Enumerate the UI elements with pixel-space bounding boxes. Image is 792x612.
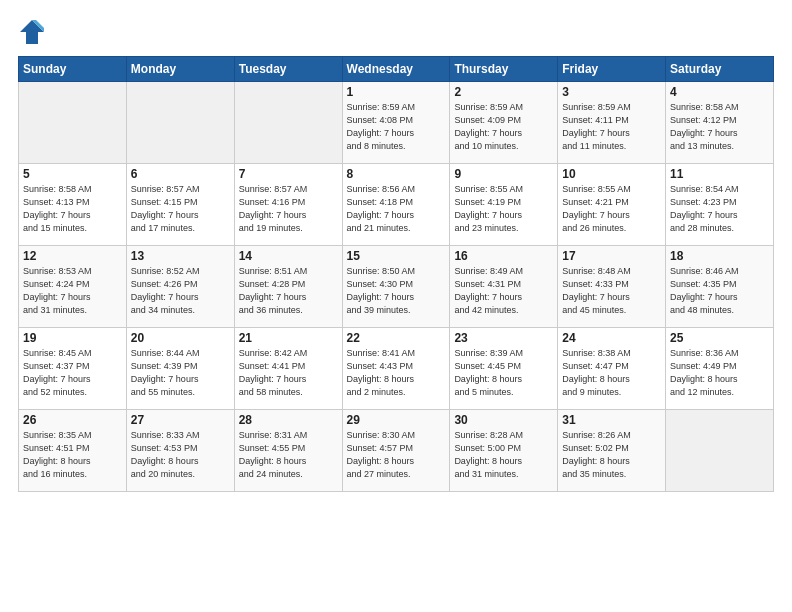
cell-info: Sunrise: 8:35 AM Sunset: 4:51 PM Dayligh… xyxy=(23,429,122,481)
calendar-cell: 8Sunrise: 8:56 AM Sunset: 4:18 PM Daylig… xyxy=(342,164,450,246)
week-row-1: 1Sunrise: 8:59 AM Sunset: 4:08 PM Daylig… xyxy=(19,82,774,164)
day-number: 23 xyxy=(454,331,553,345)
logo xyxy=(18,18,50,46)
week-row-2: 5Sunrise: 8:58 AM Sunset: 4:13 PM Daylig… xyxy=(19,164,774,246)
cell-info: Sunrise: 8:38 AM Sunset: 4:47 PM Dayligh… xyxy=(562,347,661,399)
cell-info: Sunrise: 8:33 AM Sunset: 4:53 PM Dayligh… xyxy=(131,429,230,481)
day-number: 10 xyxy=(562,167,661,181)
cell-info: Sunrise: 8:45 AM Sunset: 4:37 PM Dayligh… xyxy=(23,347,122,399)
calendar-cell: 29Sunrise: 8:30 AM Sunset: 4:57 PM Dayli… xyxy=(342,410,450,492)
week-row-3: 12Sunrise: 8:53 AM Sunset: 4:24 PM Dayli… xyxy=(19,246,774,328)
cell-info: Sunrise: 8:48 AM Sunset: 4:33 PM Dayligh… xyxy=(562,265,661,317)
calendar-cell: 30Sunrise: 8:28 AM Sunset: 5:00 PM Dayli… xyxy=(450,410,558,492)
cell-info: Sunrise: 8:59 AM Sunset: 4:08 PM Dayligh… xyxy=(347,101,446,153)
day-number: 12 xyxy=(23,249,122,263)
calendar-cell: 24Sunrise: 8:38 AM Sunset: 4:47 PM Dayli… xyxy=(558,328,666,410)
calendar-cell: 5Sunrise: 8:58 AM Sunset: 4:13 PM Daylig… xyxy=(19,164,127,246)
calendar-cell: 21Sunrise: 8:42 AM Sunset: 4:41 PM Dayli… xyxy=(234,328,342,410)
day-header-sunday: Sunday xyxy=(19,57,127,82)
calendar-cell: 3Sunrise: 8:59 AM Sunset: 4:11 PM Daylig… xyxy=(558,82,666,164)
cell-info: Sunrise: 8:46 AM Sunset: 4:35 PM Dayligh… xyxy=(670,265,769,317)
day-number: 8 xyxy=(347,167,446,181)
day-number: 2 xyxy=(454,85,553,99)
day-number: 5 xyxy=(23,167,122,181)
calendar-cell: 17Sunrise: 8:48 AM Sunset: 4:33 PM Dayli… xyxy=(558,246,666,328)
calendar-cell: 7Sunrise: 8:57 AM Sunset: 4:16 PM Daylig… xyxy=(234,164,342,246)
week-row-4: 19Sunrise: 8:45 AM Sunset: 4:37 PM Dayli… xyxy=(19,328,774,410)
week-row-5: 26Sunrise: 8:35 AM Sunset: 4:51 PM Dayli… xyxy=(19,410,774,492)
cell-info: Sunrise: 8:28 AM Sunset: 5:00 PM Dayligh… xyxy=(454,429,553,481)
calendar-table: SundayMondayTuesdayWednesdayThursdayFrid… xyxy=(18,56,774,492)
calendar-cell: 31Sunrise: 8:26 AM Sunset: 5:02 PM Dayli… xyxy=(558,410,666,492)
calendar-cell xyxy=(234,82,342,164)
calendar-cell: 4Sunrise: 8:58 AM Sunset: 4:12 PM Daylig… xyxy=(666,82,774,164)
day-number: 29 xyxy=(347,413,446,427)
calendar-cell: 14Sunrise: 8:51 AM Sunset: 4:28 PM Dayli… xyxy=(234,246,342,328)
cell-info: Sunrise: 8:55 AM Sunset: 4:19 PM Dayligh… xyxy=(454,183,553,235)
day-header-wednesday: Wednesday xyxy=(342,57,450,82)
cell-info: Sunrise: 8:42 AM Sunset: 4:41 PM Dayligh… xyxy=(239,347,338,399)
day-number: 6 xyxy=(131,167,230,181)
cell-info: Sunrise: 8:53 AM Sunset: 4:24 PM Dayligh… xyxy=(23,265,122,317)
day-header-tuesday: Tuesday xyxy=(234,57,342,82)
day-number: 18 xyxy=(670,249,769,263)
calendar-cell: 28Sunrise: 8:31 AM Sunset: 4:55 PM Dayli… xyxy=(234,410,342,492)
day-number: 9 xyxy=(454,167,553,181)
day-header-saturday: Saturday xyxy=(666,57,774,82)
day-number: 14 xyxy=(239,249,338,263)
calendar-cell xyxy=(666,410,774,492)
day-number: 22 xyxy=(347,331,446,345)
cell-info: Sunrise: 8:54 AM Sunset: 4:23 PM Dayligh… xyxy=(670,183,769,235)
page: SundayMondayTuesdayWednesdayThursdayFrid… xyxy=(0,0,792,612)
calendar-cell: 23Sunrise: 8:39 AM Sunset: 4:45 PM Dayli… xyxy=(450,328,558,410)
calendar-cell: 26Sunrise: 8:35 AM Sunset: 4:51 PM Dayli… xyxy=(19,410,127,492)
cell-info: Sunrise: 8:59 AM Sunset: 4:09 PM Dayligh… xyxy=(454,101,553,153)
calendar-cell: 9Sunrise: 8:55 AM Sunset: 4:19 PM Daylig… xyxy=(450,164,558,246)
calendar-cell: 18Sunrise: 8:46 AM Sunset: 4:35 PM Dayli… xyxy=(666,246,774,328)
cell-info: Sunrise: 8:50 AM Sunset: 4:30 PM Dayligh… xyxy=(347,265,446,317)
cell-info: Sunrise: 8:30 AM Sunset: 4:57 PM Dayligh… xyxy=(347,429,446,481)
calendar-cell: 10Sunrise: 8:55 AM Sunset: 4:21 PM Dayli… xyxy=(558,164,666,246)
cell-info: Sunrise: 8:41 AM Sunset: 4:43 PM Dayligh… xyxy=(347,347,446,399)
day-number: 4 xyxy=(670,85,769,99)
cell-info: Sunrise: 8:39 AM Sunset: 4:45 PM Dayligh… xyxy=(454,347,553,399)
day-number: 26 xyxy=(23,413,122,427)
cell-info: Sunrise: 8:51 AM Sunset: 4:28 PM Dayligh… xyxy=(239,265,338,317)
calendar-cell: 13Sunrise: 8:52 AM Sunset: 4:26 PM Dayli… xyxy=(126,246,234,328)
day-number: 20 xyxy=(131,331,230,345)
day-number: 1 xyxy=(347,85,446,99)
cell-info: Sunrise: 8:52 AM Sunset: 4:26 PM Dayligh… xyxy=(131,265,230,317)
cell-info: Sunrise: 8:58 AM Sunset: 4:12 PM Dayligh… xyxy=(670,101,769,153)
day-number: 31 xyxy=(562,413,661,427)
header-row: SundayMondayTuesdayWednesdayThursdayFrid… xyxy=(19,57,774,82)
calendar-cell: 22Sunrise: 8:41 AM Sunset: 4:43 PM Dayli… xyxy=(342,328,450,410)
cell-info: Sunrise: 8:57 AM Sunset: 4:15 PM Dayligh… xyxy=(131,183,230,235)
day-number: 3 xyxy=(562,85,661,99)
cell-info: Sunrise: 8:55 AM Sunset: 4:21 PM Dayligh… xyxy=(562,183,661,235)
calendar-cell: 6Sunrise: 8:57 AM Sunset: 4:15 PM Daylig… xyxy=(126,164,234,246)
day-number: 28 xyxy=(239,413,338,427)
svg-marker-0 xyxy=(20,20,44,44)
day-number: 19 xyxy=(23,331,122,345)
day-header-friday: Friday xyxy=(558,57,666,82)
day-number: 27 xyxy=(131,413,230,427)
day-number: 16 xyxy=(454,249,553,263)
day-number: 15 xyxy=(347,249,446,263)
cell-info: Sunrise: 8:57 AM Sunset: 4:16 PM Dayligh… xyxy=(239,183,338,235)
cell-info: Sunrise: 8:26 AM Sunset: 5:02 PM Dayligh… xyxy=(562,429,661,481)
calendar-cell: 16Sunrise: 8:49 AM Sunset: 4:31 PM Dayli… xyxy=(450,246,558,328)
calendar-cell: 11Sunrise: 8:54 AM Sunset: 4:23 PM Dayli… xyxy=(666,164,774,246)
day-number: 13 xyxy=(131,249,230,263)
header xyxy=(18,18,774,46)
cell-info: Sunrise: 8:49 AM Sunset: 4:31 PM Dayligh… xyxy=(454,265,553,317)
calendar-cell: 20Sunrise: 8:44 AM Sunset: 4:39 PM Dayli… xyxy=(126,328,234,410)
calendar-cell: 12Sunrise: 8:53 AM Sunset: 4:24 PM Dayli… xyxy=(19,246,127,328)
day-number: 30 xyxy=(454,413,553,427)
cell-info: Sunrise: 8:36 AM Sunset: 4:49 PM Dayligh… xyxy=(670,347,769,399)
cell-info: Sunrise: 8:44 AM Sunset: 4:39 PM Dayligh… xyxy=(131,347,230,399)
calendar-cell: 1Sunrise: 8:59 AM Sunset: 4:08 PM Daylig… xyxy=(342,82,450,164)
calendar-cell: 15Sunrise: 8:50 AM Sunset: 4:30 PM Dayli… xyxy=(342,246,450,328)
day-number: 11 xyxy=(670,167,769,181)
logo-icon xyxy=(18,18,46,46)
day-header-thursday: Thursday xyxy=(450,57,558,82)
